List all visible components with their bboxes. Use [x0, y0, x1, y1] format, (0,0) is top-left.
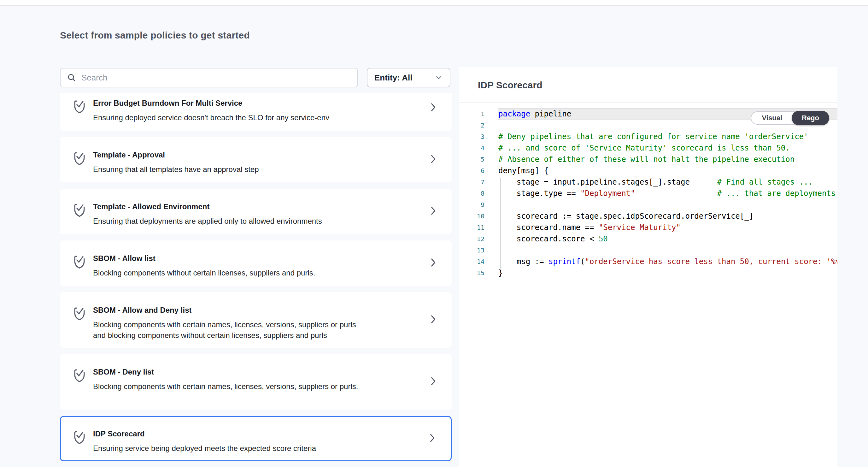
line-number: 2 [459, 120, 498, 131]
chevron-right-icon[interactable] [428, 154, 438, 165]
code-line: } [498, 267, 837, 279]
line-number: 4 [459, 142, 498, 154]
line-number: 13 [459, 244, 498, 256]
code-line: msg := sprintf("orderService has score l… [498, 256, 837, 267]
search-input[interactable] [82, 73, 351, 83]
policy-title: Error Budget Burndown For Multi Service [93, 99, 242, 107]
policy-card-text: SBOM - Deny list Blocking components wit… [93, 367, 371, 392]
chevron-right-icon[interactable] [428, 376, 438, 387]
code-line: scorecard.score < 50 [498, 233, 837, 244]
shield-check-icon [72, 98, 87, 116]
policy-card-template-allowed-environment[interactable]: Template - Allowed Environment Ensuring … [60, 189, 452, 234]
line-number: 7 [459, 176, 498, 188]
policy-card-text: Template - Allowed Environment Ensuring … [93, 201, 371, 227]
code-content: package pipeline# Deny pipelines that ar… [498, 108, 837, 279]
code-line: stage.type == "Deployment" # ... that ar… [498, 188, 837, 199]
policy-title: SBOM - Allow list [93, 254, 155, 263]
policy-card-text: SBOM - Allow list Blocking components wi… [93, 253, 371, 278]
shield-check-icon [72, 150, 87, 168]
entity-filter-dropdown[interactable]: Entity: All [367, 68, 451, 87]
policy-title: SBOM - Allow and Deny list [93, 306, 191, 314]
line-number: 12 [459, 233, 498, 244]
policy-card-sbom-allow-list[interactable]: SBOM - Allow list Blocking components wi… [60, 240, 452, 286]
policy-list: Error Budget Burndown For Multi Service … [60, 93, 452, 467]
rego-code-editor[interactable]: 123456789101112131415 package pipeline# … [459, 108, 837, 285]
line-number: 3 [459, 131, 498, 142]
policy-title: Template - Allowed Environment [93, 202, 210, 211]
policy-card-error-budget-burndown-for-multi-service[interactable]: Error Budget Burndown For Multi Service … [60, 93, 452, 130]
code-line: stage = input.pipeline.stages[_].stage #… [498, 176, 837, 188]
chevron-right-icon[interactable] [428, 206, 438, 217]
chevron-right-icon[interactable] [428, 314, 438, 326]
code-line [498, 199, 837, 210]
visual-mode-button[interactable]: Visual [751, 111, 792, 125]
line-number: 11 [459, 222, 498, 233]
policy-card-text: Template - Approval Ensuring that all te… [93, 150, 371, 175]
preview-title: IDP Scorecard [478, 80, 542, 91]
editor-mode-toggle: Visual Rego [751, 111, 829, 125]
line-number: 9 [459, 199, 498, 210]
line-number: 6 [459, 165, 498, 176]
search-icon [67, 73, 76, 82]
shield-check-icon [72, 253, 87, 271]
policy-description: Blocking components with certain names, … [93, 381, 364, 392]
chevron-right-icon[interactable] [427, 433, 437, 444]
code-line [498, 244, 837, 256]
code-line: scorecard.name == "Service Maturity" [498, 222, 837, 233]
policy-preview-panel: IDP Scorecard 123456789101112131415 pack… [459, 67, 837, 467]
line-number: 10 [459, 210, 498, 222]
chevron-right-icon[interactable] [428, 258, 438, 269]
policy-description: Ensuring that all templates have an appr… [93, 164, 364, 175]
policy-description: Blocking components with certain names, … [93, 319, 364, 341]
top-bar [0, 0, 868, 6]
policy-title: SBOM - Deny list [93, 368, 154, 376]
policy-card-sbom-deny-list[interactable]: SBOM - Deny list Blocking components wit… [60, 354, 452, 410]
search-box[interactable] [60, 68, 358, 87]
code-line: scorecard := stage.spec.idpScorecard.ord… [498, 210, 837, 222]
policy-description: Ensuring service being deployed meets th… [93, 443, 364, 454]
policy-title: IDP Scorecard [93, 430, 145, 438]
policy-card-idp-scorecard[interactable]: IDP Scorecard Ensuring service being dep… [60, 416, 452, 461]
page-title: Select from sample policies to get start… [60, 30, 250, 41]
policy-card-text: Error Budget Burndown For Multi Service … [93, 98, 371, 123]
code-line: # Absence of either of these will not ha… [498, 154, 837, 165]
policy-card-sbom-allow-and-deny-list[interactable]: SBOM - Allow and Deny list Blocking comp… [60, 292, 452, 348]
rego-mode-button[interactable]: Rego [792, 111, 829, 125]
code-line: deny[msg] { [498, 165, 837, 176]
chevron-down-icon [435, 74, 443, 82]
line-number: 5 [459, 154, 498, 165]
line-number: 15 [459, 267, 498, 279]
shield-check-icon [72, 367, 87, 385]
policy-title: Template - Approval [93, 150, 165, 159]
chevron-right-icon[interactable] [428, 102, 438, 114]
policy-card-text: SBOM - Allow and Deny list Blocking comp… [93, 305, 371, 341]
policy-description: Ensuring that deployments are applied on… [93, 216, 364, 227]
shield-check-icon [72, 305, 87, 323]
policy-card-text: IDP Scorecard Ensuring service being dep… [93, 429, 371, 454]
policy-description: Blocking components without certain lice… [93, 268, 364, 278]
line-number: 1 [459, 108, 498, 120]
shield-check-icon [72, 201, 87, 220]
line-number: 14 [459, 256, 498, 267]
shield-check-icon [72, 429, 87, 447]
line-number: 8 [459, 188, 498, 199]
indent-guide [500, 178, 501, 268]
divider [459, 102, 837, 103]
entity-filter-label: Entity: All [374, 73, 412, 83]
policy-description: Ensuring deployed service doesn't breach… [93, 112, 364, 123]
policy-card-template-approval[interactable]: Template - Approval Ensuring that all te… [60, 137, 452, 182]
code-line: # ... and score of 'Service Maturity' sc… [498, 142, 837, 154]
line-number-gutter: 123456789101112131415 [459, 108, 498, 279]
code-line: # Deny pipelines that are configured for… [498, 131, 837, 142]
